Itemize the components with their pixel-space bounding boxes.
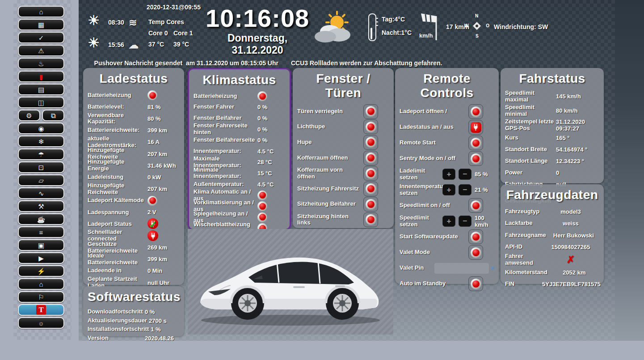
led-icon (259, 203, 266, 210)
sidebar-item-climate[interactable]: ❄ (18, 136, 64, 147)
row-label: Version (88, 335, 145, 342)
brightness-icon: ☼ (38, 320, 44, 326)
panel-title: Fahrstatus (505, 72, 599, 86)
sidebar-item-heating[interactable]: ♨ (18, 58, 64, 69)
row-label: Speedlimit on / off (400, 202, 468, 209)
sidebar-item-windows[interactable]: ◫ (18, 97, 64, 108)
check-icon: ✓ (149, 219, 157, 231)
monitor-icon: ⊡ (38, 164, 44, 171)
toggle-button[interactable] (363, 119, 378, 134)
sidebar-item-calendar[interactable]: ▦ (18, 19, 64, 30)
sidebar-item-tesla[interactable]: T (18, 304, 64, 316)
increment-button[interactable]: + (442, 216, 455, 227)
decrement-button[interactable]: − (459, 169, 471, 180)
sunset-time: 15:56 (108, 41, 124, 48)
sidebar-item-gears[interactable]: ⚙ (18, 110, 40, 121)
sidebar-item-irrigation[interactable]: ☂ (18, 148, 64, 160)
row-label: Batterielevel: (88, 104, 147, 110)
sidebar-item-garage[interactable]: ⌂ (18, 278, 64, 290)
toggle-button[interactable] (468, 136, 483, 150)
toggle-button[interactable] (468, 229, 483, 244)
decrement-button[interactable]: − (459, 216, 471, 227)
row-value: 145 km/h (556, 93, 599, 100)
row-label: Lackfarbe (505, 220, 542, 227)
charts-icon: ∿ (38, 190, 44, 197)
panel-row: Fenster Fahrer0 % (194, 102, 285, 113)
led-icon (367, 185, 375, 192)
row-value: 0 % (257, 104, 285, 110)
panel-row: Lichthupe (297, 119, 389, 135)
row-value: 0 (556, 169, 599, 176)
x-mark-icon: ✗ (567, 254, 575, 265)
panel-row: Ladespannung2 V (88, 207, 180, 218)
row-label: Fenster Beifahrer (194, 115, 257, 122)
sidebar-item-tasks[interactable]: ✓ (18, 32, 64, 43)
panel-row: Speedlimit maximal145 km/h (505, 89, 599, 104)
sidebar-item-battery[interactable]: ▮ (18, 71, 64, 82)
sunrise-time: 08:30 (108, 19, 124, 26)
row-label: Aktualisierungsdauer (88, 318, 149, 324)
sidebar-item-shutters[interactable]: ▤ (18, 84, 64, 95)
row-value: null Uhr (147, 280, 180, 286)
row-value: 28 °C (257, 159, 285, 165)
panel-row: Ladeport öffnen / (400, 104, 494, 119)
sidebar-item-charging-station[interactable]: ⚡ (18, 265, 64, 277)
toggle-button[interactable] (363, 182, 378, 196)
sidebar-item-brightness[interactable]: ☼ (18, 317, 64, 329)
increment-button[interactable]: + (442, 184, 455, 195)
toggle-button[interactable] (363, 197, 378, 212)
row-value: 165 ° (556, 135, 599, 141)
sidebar-item-alerts[interactable]: ⚠ (18, 45, 64, 56)
led-icon (149, 197, 156, 204)
valet-pin-input[interactable] (434, 263, 489, 274)
row-label: Ladeport öffnen / (400, 108, 468, 115)
sidebar-item-car-charging[interactable]: ▣ (18, 239, 64, 251)
sidebar-item-charts[interactable]: ∿ (18, 187, 64, 199)
row-control (363, 151, 389, 165)
increment-button[interactable]: + (442, 169, 455, 180)
decrement-button[interactable]: − (459, 184, 471, 195)
led-icon (472, 249, 480, 256)
toggle-button[interactable] (468, 151, 483, 166)
panel-row: Valet Mode (400, 245, 494, 260)
toggle-button[interactable] (363, 166, 378, 181)
sidebar-item-home[interactable]: ⌂ (18, 6, 64, 17)
toggle-button[interactable] (363, 104, 378, 119)
sidebar-item-media-player[interactable]: ▶ (18, 252, 64, 264)
row-value: 0 Min (147, 267, 180, 274)
clear-input-icon[interactable]: × (491, 265, 494, 271)
toggle-button[interactable] (363, 151, 378, 165)
sidebar-item-location[interactable]: ⚐ (18, 291, 64, 303)
panel-row: Speedlimit on / off (400, 198, 494, 213)
car-image-area (188, 229, 393, 335)
sidebar-item-network[interactable]: ⧉ (42, 110, 64, 121)
sidebar-item-coffee-machine[interactable]: ☕ (18, 213, 64, 225)
row-label: Valet Mode (400, 249, 468, 256)
core1-label: Core 1 (173, 30, 193, 37)
sidebar-item-tools[interactable]: ⚒ (18, 200, 64, 212)
row-value: 207 km (147, 151, 180, 157)
toggle-button[interactable] (468, 198, 483, 213)
row-value: 4.5 °C (257, 148, 285, 155)
panel-row: Türen verriegeln (297, 104, 389, 119)
sidebar-item-power-socket[interactable]: ◉ (18, 123, 64, 134)
toggle-button[interactable] (468, 276, 483, 291)
plug-toggle-button[interactable] (468, 120, 483, 135)
toggle-button[interactable] (468, 245, 483, 260)
row-value: 2052 km (549, 269, 599, 276)
row-label: Kilometerstand (505, 269, 549, 276)
sidebar-item-car[interactable]: ▱ (18, 174, 64, 186)
led-icon (259, 192, 266, 199)
sidebar-item-monitor[interactable]: ⊡ (18, 161, 64, 173)
led-icon (367, 154, 375, 161)
toggle-button[interactable] (363, 212, 378, 227)
sidebar-item-router[interactable]: ≡ (18, 226, 64, 238)
toggle-button[interactable] (363, 135, 378, 150)
stepper-value: 100 km/h (475, 215, 494, 228)
row-label: Sitzheizung hinten links (297, 213, 363, 227)
toggle-button[interactable] (468, 104, 483, 119)
panel-softwarestatus: SoftwarestatusDownloadfortschritt0 %Aktu… (83, 286, 184, 336)
led-icon (472, 233, 480, 241)
row-control (468, 136, 494, 150)
panel-row: Sitzheitung Beifahrer (297, 197, 389, 212)
